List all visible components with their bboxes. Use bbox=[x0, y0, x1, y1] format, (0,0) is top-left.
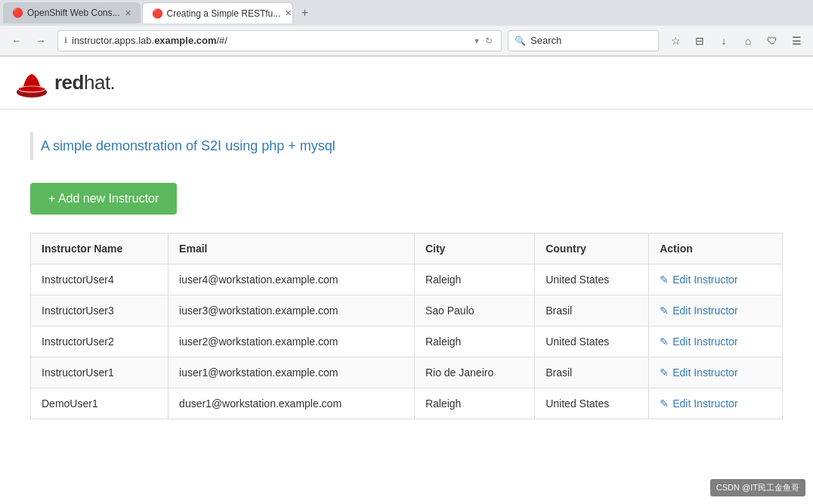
new-tab-button[interactable]: + bbox=[295, 2, 316, 23]
redhat-hat-icon bbox=[15, 68, 48, 98]
col-header-action: Action bbox=[649, 233, 783, 264]
cell-instructor-name: DemoUser1 bbox=[31, 388, 168, 419]
save-button[interactable]: ⊟ bbox=[689, 30, 710, 51]
cell-instructor-name: InstructorUser1 bbox=[31, 357, 168, 388]
edit-icon: ✎ bbox=[660, 274, 669, 286]
edit-icon: ✎ bbox=[660, 305, 669, 317]
edit-icon: ✎ bbox=[660, 366, 669, 379]
address-bar-actions: ▾ ↻ bbox=[472, 34, 495, 48]
cell-city: Sao Paulo bbox=[414, 295, 534, 326]
menu-icon: ☰ bbox=[792, 35, 802, 47]
tab-label-1: OpenShift Web Cons... bbox=[27, 8, 120, 18]
redhat-text: redhat. bbox=[54, 71, 115, 94]
edit-instructor-link[interactable]: ✎ Edit Instructor bbox=[660, 335, 737, 348]
redhat-logo: redhat. bbox=[15, 68, 115, 98]
menu-button[interactable]: ☰ bbox=[786, 30, 807, 51]
redhat-header: redhat. bbox=[0, 57, 813, 110]
edit-instructor-link[interactable]: ✎ Edit Instructor bbox=[660, 397, 737, 410]
forward-icon: → bbox=[36, 35, 46, 47]
cell-city: Raleigh bbox=[414, 388, 534, 419]
redhat-bold: red bbox=[54, 71, 84, 94]
cell-email: iuser3@workstation.example.com bbox=[168, 295, 415, 326]
home-button[interactable]: ⌂ bbox=[737, 30, 759, 51]
toolbar-actions: ☆ ⊟ ↓ ⌂ 🛡 ☰ bbox=[665, 30, 807, 51]
search-placeholder[interactable]: Search bbox=[530, 35, 561, 46]
cell-email: duser1@workstation.example.com bbox=[168, 388, 415, 419]
table-header: Instructor Name Email City Country Actio… bbox=[31, 233, 783, 264]
table-row: DemoUser1duser1@workstation.example.comR… bbox=[31, 388, 783, 419]
tab-openshift[interactable]: 🔴 OpenShift Web Cons... ✕ bbox=[3, 2, 141, 23]
cell-email: iuser4@workstation.example.com bbox=[168, 264, 415, 295]
tab-favicon-2: 🔴 bbox=[152, 8, 162, 19]
shield-button[interactable]: 🛡 bbox=[762, 30, 783, 51]
cell-action: ✎ Edit Instructor bbox=[649, 357, 783, 388]
cell-city: Raleigh bbox=[414, 264, 534, 295]
cell-instructor-name: InstructorUser4 bbox=[31, 264, 168, 295]
table-row: InstructorUser2iuser2@workstation.exampl… bbox=[31, 326, 783, 357]
info-icon: ℹ bbox=[64, 36, 67, 45]
browser-chrome: 🔴 OpenShift Web Cons... ✕ 🔴 Creating a S… bbox=[0, 0, 813, 57]
cell-action: ✎ Edit Instructor bbox=[649, 326, 783, 357]
table-row: InstructorUser4iuser4@workstation.exampl… bbox=[31, 264, 783, 295]
table-row: InstructorUser3iuser3@workstation.exampl… bbox=[31, 295, 783, 326]
download-icon: ↓ bbox=[722, 35, 727, 47]
tab-close-1[interactable]: ✕ bbox=[125, 8, 131, 18]
cell-email: iuser1@workstation.example.com bbox=[168, 357, 415, 388]
cell-country: Brasil bbox=[535, 357, 649, 388]
instructor-table: Instructor Name Email City Country Actio… bbox=[30, 233, 783, 419]
col-header-country: Country bbox=[535, 233, 649, 264]
cell-instructor-name: InstructorUser2 bbox=[31, 326, 168, 357]
url-text[interactable]: instructor.apps.lab.example.com/#/ bbox=[72, 35, 468, 46]
bookmark-button[interactable]: ☆ bbox=[665, 30, 686, 51]
reload-icon[interactable]: ↻ bbox=[483, 34, 495, 48]
cell-email: iuser2@workstation.example.com bbox=[168, 326, 415, 357]
page-content: redhat. A simple demonstration of S2I us… bbox=[0, 57, 813, 442]
tab-close-2[interactable]: ✕ bbox=[285, 8, 292, 18]
add-instructor-button[interactable]: + Add new Instructor bbox=[30, 183, 177, 215]
search-icon: 🔍 bbox=[515, 36, 526, 46]
cell-action: ✎ Edit Instructor bbox=[649, 388, 783, 419]
dropdown-icon[interactable]: ▾ bbox=[472, 34, 481, 48]
col-header-name: Instructor Name bbox=[31, 233, 168, 264]
tab-restful[interactable]: 🔴 Creating a Simple RESTfu... ✕ bbox=[142, 2, 293, 23]
shield-icon: 🛡 bbox=[767, 35, 777, 47]
edit-instructor-link[interactable]: ✎ Edit Instructor bbox=[660, 366, 737, 379]
back-button[interactable]: ← bbox=[6, 30, 27, 51]
download-button[interactable]: ↓ bbox=[713, 30, 734, 51]
table-header-row: Instructor Name Email City Country Actio… bbox=[31, 233, 783, 264]
edit-icon: ✎ bbox=[660, 335, 669, 348]
edit-icon: ✎ bbox=[660, 397, 669, 410]
save-icon: ⊟ bbox=[695, 35, 704, 47]
back-icon: ← bbox=[11, 35, 22, 47]
home-icon: ⌂ bbox=[745, 35, 751, 47]
col-header-email: Email bbox=[168, 233, 415, 264]
cell-country: United States bbox=[535, 388, 649, 419]
edit-instructor-link[interactable]: ✎ Edit Instructor bbox=[660, 274, 737, 286]
search-bar[interactable]: 🔍 Search bbox=[508, 30, 659, 51]
tab-label-2: Creating a Simple RESTfu... bbox=[167, 8, 281, 19]
forward-button[interactable]: → bbox=[30, 30, 51, 51]
cell-country: United States bbox=[535, 264, 649, 295]
address-bar[interactable]: ℹ instructor.apps.lab.example.com/#/ ▾ ↻ bbox=[57, 30, 502, 51]
cell-instructor-name: InstructorUser3 bbox=[31, 295, 168, 326]
bookmark-icon: ☆ bbox=[671, 35, 681, 47]
redhat-light: hat. bbox=[84, 71, 115, 94]
cell-country: Brasil bbox=[535, 295, 649, 326]
main-content: A simple demonstration of S2I using php … bbox=[0, 110, 813, 442]
table-body: InstructorUser4iuser4@workstation.exampl… bbox=[31, 264, 783, 419]
tab-favicon-1: 🔴 bbox=[12, 8, 23, 18]
cell-action: ✎ Edit Instructor bbox=[649, 295, 783, 326]
cell-action: ✎ Edit Instructor bbox=[649, 264, 783, 295]
col-header-city: City bbox=[414, 233, 534, 264]
table-row: InstructorUser1iuser1@workstation.exampl… bbox=[31, 357, 783, 388]
demo-title: A simple demonstration of S2I using php … bbox=[30, 132, 783, 160]
tab-bar: 🔴 OpenShift Web Cons... ✕ 🔴 Creating a S… bbox=[0, 0, 813, 26]
cell-country: United States bbox=[535, 326, 649, 357]
cell-city: Rio de Janeiro bbox=[414, 357, 534, 388]
edit-instructor-link[interactable]: ✎ Edit Instructor bbox=[660, 305, 737, 317]
nav-bar: ← → ℹ instructor.apps.lab.example.com/#/… bbox=[0, 26, 813, 56]
cell-city: Raleigh bbox=[414, 326, 534, 357]
